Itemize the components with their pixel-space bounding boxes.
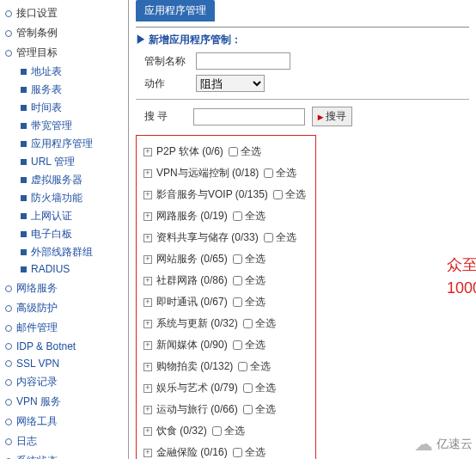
select-all-label: 全选 [276, 230, 296, 245]
select-all-checkbox[interactable] [212, 426, 222, 436]
tree-item: +网路服务 (0/19)全选 [143, 205, 308, 227]
sub-bullet-icon [21, 87, 27, 93]
tree-item: +娱乐与艺术 (0/79)全选 [143, 377, 308, 399]
select-all-checkbox[interactable] [264, 168, 273, 178]
expand-icon[interactable]: + [143, 277, 152, 285]
search-button[interactable]: ▸搜寻 [312, 107, 352, 126]
menu-vpn-services[interactable]: VPN 服务 [5, 392, 123, 412]
select-all-checkbox[interactable] [243, 405, 253, 414]
tree-label: P2P 软体 (0/6) [156, 144, 223, 159]
input-search[interactable] [193, 108, 305, 125]
sub-bullet-icon [21, 105, 27, 111]
menu-label: 网络工具 [16, 414, 58, 429]
select-all-checkbox[interactable] [273, 190, 283, 199]
sub-label: URL 管理 [31, 155, 75, 169]
menu-label: SSL VPN [16, 358, 59, 370]
expand-icon[interactable]: + [143, 234, 152, 242]
form-panel: ▶ 新增应用程序管制： 管制名称 动作 阻挡 搜 寻 ▸搜寻 +P2P 软体 (… [136, 27, 469, 459]
sub-auth[interactable]: 上网认证 [21, 207, 123, 225]
sub-url-mgmt[interactable]: URL 管理 [21, 153, 123, 171]
sub-firewall[interactable]: 防火墙功能 [21, 189, 123, 207]
sub-bandwidth[interactable]: 带宽管理 [21, 117, 123, 135]
expand-icon[interactable]: + [143, 363, 152, 371]
sub-time[interactable]: 时间表 [21, 99, 123, 117]
select-all-checkbox[interactable] [233, 211, 242, 221]
select-all-checkbox[interactable] [229, 147, 238, 156]
expand-icon[interactable]: + [143, 212, 152, 221]
tree-item: +资料共享与储存 (0/33)全选 [143, 227, 308, 248]
menu-interface-settings[interactable]: 接口设置 [5, 3, 123, 23]
sub-radius[interactable]: RADIUS [21, 261, 123, 277]
sub-bullet-icon [21, 213, 27, 219]
sub-app-mgmt[interactable]: 应用程序管理 [21, 135, 123, 153]
sub-bullet-icon [21, 69, 27, 75]
menu-label: 高级防护 [16, 301, 58, 315]
menu-idp-botnet[interactable]: IDP & Botnet [5, 338, 123, 355]
select-all-label: 全选 [255, 381, 276, 395]
bullet-icon [5, 305, 12, 312]
select-all-checkbox[interactable] [233, 254, 242, 264]
tree-label: 资料共享与储存 (0/33) [156, 230, 259, 245]
expand-icon[interactable]: + [143, 384, 152, 393]
menu-control-rules[interactable]: 管制条例 [5, 23, 123, 43]
select-all-checkbox[interactable] [238, 362, 247, 371]
expand-icon[interactable]: + [143, 148, 152, 156]
bullet-icon [5, 379, 12, 386]
select-all-checkbox[interactable] [233, 297, 242, 307]
sub-service[interactable]: 服务表 [21, 81, 123, 99]
sub-bullet-icon [21, 159, 27, 165]
select-all-checkbox[interactable] [264, 233, 273, 242]
select-all-checkbox[interactable] [233, 340, 242, 350]
menu-label: 管理目标 [16, 46, 58, 60]
tree-item: +购物拍卖 (0/132)全选 [143, 356, 308, 377]
expand-icon[interactable]: + [143, 191, 152, 199]
menu-label: IDP & Botnet [16, 340, 76, 352]
menu-mail-mgmt[interactable]: 邮件管理 [5, 318, 123, 338]
sub-label: 时间表 [31, 101, 62, 115]
menu-label: 系统状态 [16, 454, 58, 459]
tree-item: +P2P 软体 (0/6)全选 [143, 141, 308, 162]
cloud-icon: ☁ [414, 433, 433, 456]
menu-net-tools[interactable]: 网络工具 [5, 412, 123, 431]
bullet-icon [5, 360, 12, 367]
expand-icon[interactable]: + [143, 406, 152, 414]
menu-label: 管制条例 [16, 26, 58, 40]
menu-ssl-vpn[interactable]: SSL VPN [5, 355, 123, 372]
sub-label: 服务表 [31, 83, 62, 97]
menu-system-status[interactable]: 系统状态 [5, 451, 123, 459]
select-all-checkbox[interactable] [233, 276, 242, 285]
tree-item: +系统与更新 (0/32)全选 [143, 313, 308, 334]
menu-manage-target[interactable]: 管理目标 [5, 43, 123, 63]
select-all-checkbox[interactable] [233, 448, 242, 457]
sub-address[interactable]: 地址表 [21, 63, 123, 81]
expand-icon[interactable]: + [143, 341, 152, 350]
tree-label: 即时通讯 (0/67) [156, 295, 228, 309]
menu-content-log[interactable]: 内容记录 [5, 372, 123, 392]
input-name[interactable] [196, 52, 290, 70]
expand-icon[interactable]: + [143, 449, 152, 457]
select-all-checkbox[interactable] [243, 383, 253, 393]
expand-icon[interactable]: + [143, 427, 152, 436]
select-all-checkbox[interactable] [243, 319, 253, 328]
menu-adv-protect[interactable]: 高级防护 [5, 298, 123, 318]
expand-icon[interactable]: + [143, 169, 152, 178]
menu-logs[interactable]: 日志 [5, 431, 123, 451]
tab-app-mgmt[interactable]: 应用程序管理 [136, 0, 215, 21]
menu-network-services[interactable]: 网络服务 [5, 278, 123, 298]
expand-icon[interactable]: + [143, 255, 152, 264]
bullet-icon [5, 419, 12, 425]
sub-whiteboard[interactable]: 电子白板 [21, 225, 123, 243]
expand-icon[interactable]: + [143, 320, 152, 328]
tree-item: +即时通讯 (0/67)全选 [143, 291, 308, 313]
tab-bar: 应用程序管理 [136, 0, 469, 21]
bullet-icon [5, 30, 12, 37]
sub-ext-lines[interactable]: 外部线路群组 [21, 243, 123, 261]
sub-bullet-icon [21, 177, 27, 183]
sub-virtual-server[interactable]: 虚拟服务器 [21, 171, 123, 189]
search-btn-label: 搜寻 [326, 109, 346, 124]
sub-label: 地址表 [31, 64, 62, 79]
expand-icon[interactable]: + [143, 298, 152, 307]
select-action[interactable]: 阻挡 [196, 75, 265, 92]
tree-item: +金融保险 (0/16)全选 [143, 442, 308, 459]
bullet-icon [5, 285, 12, 292]
